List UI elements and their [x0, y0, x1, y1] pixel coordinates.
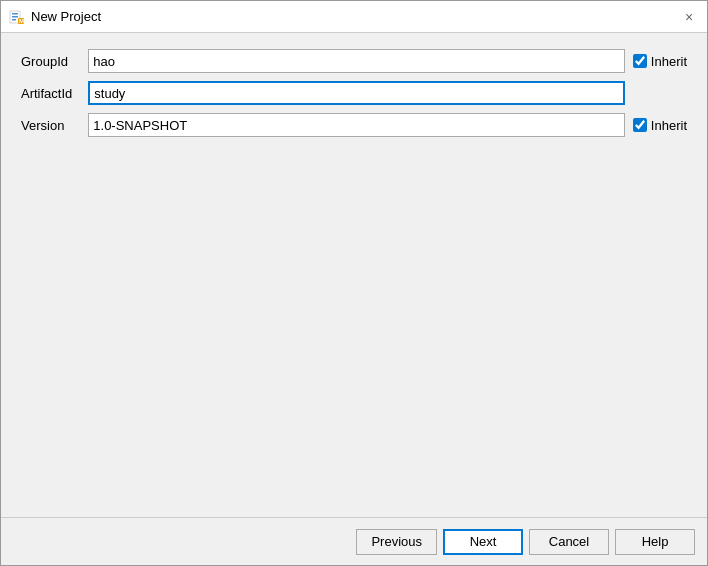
version-input[interactable] [88, 113, 625, 137]
groupid-inherit-checkbox[interactable] [633, 54, 647, 68]
help-button[interactable]: Help [615, 529, 695, 555]
svg-rect-2 [12, 16, 18, 18]
previous-button[interactable]: Previous [356, 529, 437, 555]
title-bar: M New Project × [1, 1, 707, 33]
dialog-window: M New Project × GroupId Inherit Artifact… [0, 0, 708, 566]
svg-rect-3 [12, 19, 16, 21]
groupid-inherit-label: Inherit [651, 54, 687, 69]
dialog-title: New Project [31, 9, 101, 24]
version-inherit-container: Inherit [633, 118, 687, 133]
version-label: Version [21, 118, 80, 133]
svg-text:M: M [19, 18, 24, 24]
title-bar-left: M New Project [9, 9, 101, 25]
new-project-icon: M [9, 9, 25, 25]
dialog-footer: Previous Next Cancel Help [1, 517, 707, 565]
groupid-input[interactable] [88, 49, 625, 73]
form-grid: GroupId Inherit ArtifactId Version Inher… [21, 49, 687, 137]
groupid-inherit-container: Inherit [633, 54, 687, 69]
artifactid-label: ArtifactId [21, 86, 80, 101]
next-button[interactable]: Next [443, 529, 523, 555]
close-button[interactable]: × [679, 7, 699, 27]
cancel-button[interactable]: Cancel [529, 529, 609, 555]
groupid-label: GroupId [21, 54, 80, 69]
dialog-content: GroupId Inherit ArtifactId Version Inher… [1, 33, 707, 517]
version-inherit-label: Inherit [651, 118, 687, 133]
version-inherit-checkbox[interactable] [633, 118, 647, 132]
artifactid-input[interactable] [88, 81, 625, 105]
svg-rect-1 [12, 13, 18, 15]
